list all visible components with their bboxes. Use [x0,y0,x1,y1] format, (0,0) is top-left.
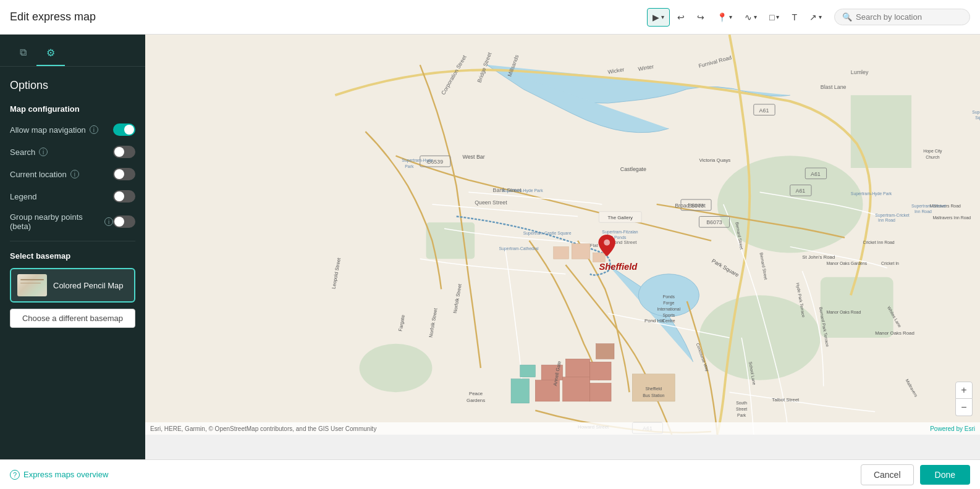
text-tool-button[interactable]: T [787,9,802,26]
map-canvas[interactable]: A61 B6073 B6073 A61 A61 A61 B6539 Corpor… [145,35,980,435]
svg-text:Supertram-Hyde Park: Supertram-Hyde Park [851,191,892,196]
svg-text:Supertram-Fitzalan: Supertram-Fitzalan [602,230,638,235]
undo-icon: ↩ [677,12,685,22]
svg-rect-7 [554,247,569,259]
line-tool-button[interactable]: ∿ ▾ [740,9,762,26]
pin-tool-button[interactable]: 📍 ▾ [712,9,737,26]
svg-text:Supertram-Cricket: Supertram-Cricket [875,213,910,218]
svg-text:Square: Square [975,115,980,120]
svg-text:Fargate: Fargate [397,314,406,332]
svg-text:Church: Church [926,155,939,159]
zoom-in-button[interactable]: + [955,382,973,399]
svg-text:Pond Hill: Pond Hill [644,318,664,324]
svg-text:Sheffield: Sheffield [645,387,662,391]
shape-tool-button[interactable]: □ ▾ [764,9,784,26]
svg-text:The Gallery: The Gallery [607,215,633,220]
redo-icon: ↪ [697,12,704,22]
search-input[interactable] [856,12,962,22]
info-icon-navigation[interactable]: i [90,125,98,134]
svg-text:Peace: Peace [469,391,483,396]
info-icon-current-location[interactable]: i [70,170,79,178]
svg-text:Victoria Quays: Victoria Quays [699,157,730,163]
svg-point-100 [604,240,610,246]
option-row-current-location: Current location i [10,168,135,180]
redo-button[interactable]: ↪ [692,9,709,26]
toggle-navigation[interactable] [113,123,135,136]
basemap-preview[interactable]: Colored Pencil Map [10,268,135,303]
layers-icon: ⧉ [20,47,27,57]
toggle-legend[interactable] [113,190,135,203]
page-title: Edit express map [10,10,96,23]
sidebar-content: Options Map configuration Allow map navi… [0,67,145,459]
settings-icon: ⚙ [46,48,55,58]
tab-settings[interactable]: ⚙ [36,40,65,66]
svg-text:Queen Street: Queen Street [475,199,507,206]
svg-text:A61: A61 [811,171,821,177]
svg-text:B6073: B6073 [706,219,722,225]
svg-text:West Bar: West Bar [463,154,485,160]
select-tool-button[interactable]: ▶ ▾ [647,8,670,27]
sidebar-tabs: ⧉ ⚙ [0,40,145,67]
svg-text:Winter: Winter [638,64,654,72]
option-row-legend: Legend [10,190,135,203]
tab-layers[interactable]: ⧉ [10,40,36,66]
svg-text:Lumley: Lumley [851,69,869,75]
svg-rect-1 [851,95,911,168]
divider [10,241,135,241]
search-bar: 🔍 [834,9,970,25]
toolbar-tools: ▶ ▾ ↩ ↪ 📍 ▾ ∿ ▾ □ ▾ T ↗ [647,8,827,27]
arrow-tool-button[interactable]: ↗ ▾ [805,9,827,26]
options-title: Options [10,79,135,92]
svg-rect-18 [511,379,529,403]
option-row-group-points: Group nearby points (beta) i [10,212,135,231]
pin-chevron-icon: ▾ [729,14,732,20]
svg-text:Forge: Forge [663,301,674,306]
map-area[interactable]: A61 B6073 B6073 A61 A61 A61 B6539 Corpor… [145,35,980,459]
svg-text:Leopold Street: Leopold Street [331,257,342,290]
toggle-search[interactable] [113,146,135,158]
option-label-current-location: Current location i [10,170,79,179]
line-chevron-icon: ▾ [754,14,757,20]
svg-text:Maltravers Inn Road: Maltravers Inn Road [932,215,971,220]
express-maps-overview-link[interactable]: ? Express maps overview [10,470,108,480]
pin-icon: 📍 [717,12,727,22]
svg-text:Furnival Road: Furnival Road [698,54,732,69]
svg-text:Blast Lane: Blast Lane [821,84,847,90]
svg-text:Hope City: Hope City [923,149,942,154]
shape-icon: □ [769,12,774,22]
svg-text:Manor Oaks Gardens: Manor Oaks Gardens [827,261,868,265]
svg-text:Castlegate: Castlegate [620,166,646,172]
toggle-group-points[interactable] [113,215,135,228]
map-zoom-controls: + − [955,382,973,416]
basemap-section-label: Select basemap [10,251,135,261]
sidebar: ⧉ ⚙ Options Map configuration Allow map … [0,35,145,459]
zoom-out-button[interactable]: − [955,399,973,416]
svg-rect-9 [593,253,606,262]
svg-rect-3 [821,277,893,338]
info-icon-group-points[interactable]: i [104,217,113,226]
svg-text:Centre: Centre [662,319,675,323]
svg-text:Supertram-Castle Square: Supertram-Castle Square [523,231,572,236]
select-chevron-icon: ▾ [661,14,664,20]
undo-button[interactable]: ↩ [672,9,690,26]
svg-text:Norfolk Street: Norfolk Street [428,307,439,338]
basemap-name: Colored Pencil Map [53,281,123,290]
svg-text:Norfolk Street: Norfolk Street [452,283,463,314]
svg-text:Bus Station: Bus Station [643,393,664,398]
svg-text:Manor Oaks Road: Manor Oaks Road [827,310,861,314]
line-icon: ∿ [745,12,752,22]
toggle-current-location[interactable] [113,168,135,180]
cancel-button[interactable]: Cancel [861,464,914,485]
done-button[interactable]: Done [920,465,970,485]
help-icon: ? [10,470,20,480]
svg-rect-16 [590,383,611,401]
svg-text:Maltravers: Maltravers [905,378,918,398]
choose-basemap-button[interactable]: Choose a different basemap [10,309,135,328]
svg-text:Supertram-Hyde: Supertram-Hyde [402,158,433,163]
info-icon-search[interactable]: i [39,148,48,156]
map-svg: A61 B6073 B6073 A61 A61 A61 B6539 Corpor… [145,35,980,435]
topbar: Edit express map ▶ ▾ ↩ ↪ 📍 ▾ ∿ ▾ □ ▾ [0,0,980,35]
svg-text:Corporation Street: Corporation Street [440,54,468,96]
svg-text:Cricket In: Cricket In [881,261,899,265]
option-row-search: Search i [10,146,135,158]
